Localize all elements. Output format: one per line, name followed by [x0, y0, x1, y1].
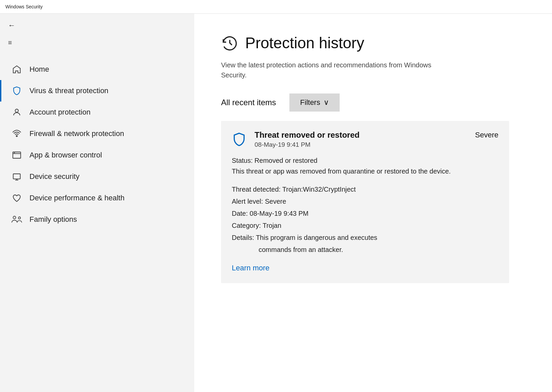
- threat-body: Status: Removed or restored This threat …: [221, 155, 509, 283]
- details-line1: Details: This program is dangerous and e…: [232, 232, 498, 244]
- home-icon: [9, 65, 24, 74]
- sidebar-item-device-security[interactable]: Device security: [0, 166, 194, 187]
- threat-title-row: Threat removed or restored Severe: [255, 130, 498, 140]
- details-line2: commands from an attacker.: [232, 244, 498, 256]
- sidebar-item-home[interactable]: Home: [0, 59, 194, 80]
- title-bar: Windows Security: [0, 0, 552, 14]
- threat-title: Threat removed or restored: [255, 130, 359, 140]
- app-container: ← ≡ Home Viru: [0, 14, 552, 392]
- page-title: Protection history: [245, 34, 364, 52]
- threat-card: Threat removed or restored Severe 08-May…: [221, 121, 509, 283]
- svg-point-0: [15, 109, 18, 112]
- sidebar-item-app-browser[interactable]: App & browser control: [0, 144, 194, 166]
- threat-status: Status: Removed or restored This threat …: [232, 155, 498, 177]
- svg-rect-5: [13, 174, 20, 179]
- browser-icon: [9, 150, 24, 160]
- sidebar-item-family[interactable]: Family options: [0, 209, 194, 230]
- back-button[interactable]: ←: [0, 16, 194, 35]
- sidebar-nav: Home Virus & threat protection: [0, 59, 194, 230]
- threat-info: Threat removed or restored Severe 08-May…: [255, 130, 498, 148]
- sidebar-item-home-label: Home: [29, 65, 49, 74]
- threat-detected: Threat detected: Trojan:Win32/CryptInjec…: [232, 183, 498, 195]
- filters-button-label: Filters: [300, 98, 320, 107]
- sidebar-item-app-browser-label: App & browser control: [29, 151, 102, 159]
- page-header: Protection history: [221, 34, 525, 52]
- family-icon: [9, 215, 24, 224]
- sidebar-item-family-label: Family options: [29, 215, 77, 224]
- history-icon: [221, 34, 238, 52]
- wifi-icon: [9, 129, 24, 138]
- learn-more-link[interactable]: Learn more: [232, 264, 270, 272]
- svg-point-8: [13, 216, 16, 219]
- page-subtitle: View the latest protection actions and r…: [221, 60, 449, 80]
- sidebar-item-account[interactable]: Account protection: [0, 102, 194, 123]
- person-icon: [9, 108, 24, 117]
- threat-header: Threat removed or restored Severe 08-May…: [221, 121, 509, 155]
- shield-icon: [9, 86, 24, 95]
- sidebar-item-virus-label: Virus & threat protection: [29, 86, 109, 95]
- heart-icon: [9, 193, 24, 203]
- status-desc: This threat or app was removed from quar…: [232, 166, 498, 177]
- sidebar-item-firewall-label: Firewall & network protection: [29, 129, 124, 138]
- filter-row: All recent items Filters ∨: [221, 93, 525, 112]
- sidebar-item-account-label: Account protection: [29, 108, 90, 117]
- menu-icon[interactable]: ≡: [0, 35, 194, 51]
- app-title: Windows Security: [5, 4, 43, 9]
- main-content: Protection history View the latest prote…: [194, 14, 552, 392]
- sidebar-item-device-health[interactable]: Device performance & health: [0, 187, 194, 209]
- back-arrow-icon: ←: [8, 21, 15, 30]
- threat-details: Threat detected: Trojan:Win32/CryptInjec…: [232, 183, 498, 256]
- filter-label: All recent items: [221, 98, 276, 107]
- threat-severity: Severe: [475, 131, 498, 139]
- date-detail: Date: 08-May-19 9:43 PM: [232, 207, 498, 219]
- status-line: Status: Removed or restored: [232, 155, 498, 166]
- alert-level: Alert level: Severe: [232, 195, 498, 207]
- chevron-down-icon: ∨: [324, 98, 329, 107]
- category: Category: Trojan: [232, 219, 498, 232]
- sidebar-item-device-health-label: Device performance & health: [29, 194, 125, 202]
- sidebar-item-virus[interactable]: Virus & threat protection: [0, 80, 194, 102]
- sidebar-item-firewall[interactable]: Firewall & network protection: [0, 123, 194, 144]
- threat-shield-icon: [232, 132, 247, 147]
- sidebar-item-device-security-label: Device security: [29, 172, 79, 181]
- svg-point-9: [18, 217, 20, 219]
- threat-date: 08-May-19 9:41 PM: [255, 141, 498, 148]
- device-icon: [9, 172, 24, 181]
- filters-button[interactable]: Filters ∨: [289, 93, 340, 112]
- svg-point-1: [16, 135, 17, 137]
- sidebar: ← ≡ Home Viru: [0, 14, 194, 392]
